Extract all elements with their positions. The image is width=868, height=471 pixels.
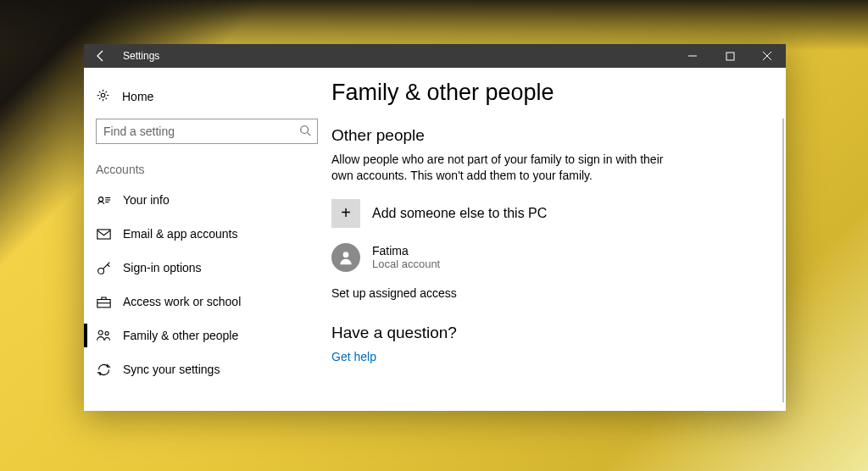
section-other-people: Other people: [331, 126, 760, 145]
svg-point-5: [98, 197, 103, 202]
window-body: Home Accounts Your info Email & app: [84, 68, 786, 411]
titlebar: Settings: [84, 44, 786, 68]
sync-icon: [96, 363, 111, 377]
search-icon: [299, 125, 311, 139]
scrollbar[interactable]: [782, 119, 784, 402]
sidebar-item-sync[interactable]: Sync your settings: [84, 352, 330, 386]
briefcase-icon: [96, 296, 111, 308]
close-button[interactable]: [748, 44, 786, 68]
add-user-label: Add someone else to this PC: [372, 206, 547, 221]
sidebar-item-your-info[interactable]: Your info: [84, 183, 330, 217]
maximize-button[interactable]: [711, 44, 748, 68]
sidebar-group-label: Accounts: [84, 144, 330, 183]
back-button[interactable]: [84, 44, 118, 68]
page-title: Family & other people: [331, 80, 760, 106]
key-icon: [96, 261, 111, 275]
main-content: Family & other people Other people Allow…: [330, 68, 786, 411]
svg-line-4: [308, 133, 311, 136]
sidebar-item-work[interactable]: Access work or school: [84, 285, 330, 319]
sidebar-item-label: Access work or school: [123, 295, 241, 308]
plus-icon: +: [331, 199, 360, 228]
window-title: Settings: [118, 50, 674, 62]
user-account-row[interactable]: Fatima Local account: [331, 243, 760, 272]
settings-window: Settings Home: [84, 44, 786, 411]
svg-point-14: [105, 332, 108, 335]
user-type: Local account: [372, 258, 440, 271]
sidebar: Home Accounts Your info Email & app: [84, 68, 330, 411]
section-description: Allow people who are not part of your fa…: [331, 152, 670, 184]
assigned-access-link[interactable]: Set up assigned access: [331, 286, 457, 300]
svg-point-3: [301, 126, 309, 134]
svg-point-10: [97, 268, 103, 274]
avatar-icon: [331, 243, 360, 272]
add-user-button[interactable]: + Add someone else to this PC: [331, 199, 760, 228]
people-icon: [96, 329, 111, 342]
minimize-button[interactable]: [674, 44, 711, 68]
window-controls: [674, 44, 786, 68]
person-card-icon: [96, 194, 111, 206]
sidebar-item-label: Your info: [123, 193, 170, 207]
sidebar-item-label: Sign-in options: [123, 261, 202, 274]
search-input[interactable]: [96, 119, 318, 144]
user-name: Fatima: [372, 244, 440, 258]
svg-point-15: [343, 252, 349, 258]
svg-point-13: [98, 330, 103, 335]
svg-rect-9: [97, 229, 109, 238]
home-button[interactable]: Home: [84, 80, 330, 114]
section-question: Have a question?: [331, 324, 760, 342]
svg-point-2: [101, 93, 105, 97]
svg-rect-1: [726, 53, 734, 60]
sidebar-item-email[interactable]: Email & app accounts: [84, 217, 330, 251]
gear-icon: [96, 88, 110, 105]
search-wrap: [96, 119, 318, 144]
user-meta: Fatima Local account: [372, 244, 440, 271]
sidebar-item-family[interactable]: Family & other people: [84, 319, 330, 352]
get-help-link[interactable]: Get help: [331, 350, 376, 363]
sidebar-item-label: Sync your settings: [123, 363, 220, 376]
sidebar-item-signin[interactable]: Sign-in options: [84, 251, 330, 285]
sidebar-item-label: Email & app accounts: [123, 227, 237, 241]
mail-icon: [96, 229, 111, 240]
home-label: Home: [122, 90, 153, 103]
sidebar-item-label: Family & other people: [123, 329, 238, 342]
